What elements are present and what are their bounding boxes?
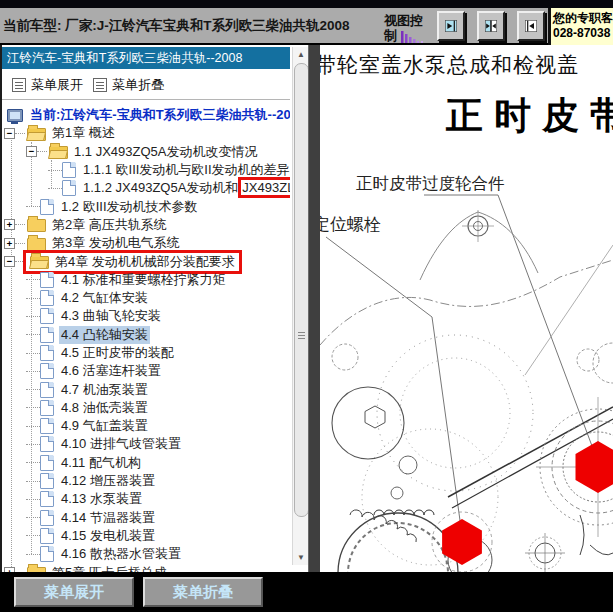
tree-item-label: 4.11 配气机构 [59,454,143,472]
tree-item-label: 第4章 发动机机械部分装配要求 [53,253,237,271]
view-split-button[interactable] [477,11,505,41]
leader-line-idler [424,195,598,462]
tree-connector [15,224,25,225]
doc-icon [40,418,54,434]
tree-connector [26,206,40,207]
tree-item[interactable]: 4.7 机油泵装置 [2,380,290,398]
scroll-up-icon[interactable]: ▲ [293,47,308,62]
tree-item[interactable]: 4.16 散热器水管装置 [2,545,290,563]
menu-list-icon [93,78,107,92]
tree-item-label: 第5章 匹卡后桥总成 [50,564,169,572]
doc-icon [62,162,76,178]
tree-connector [26,389,40,390]
tree-item-label: 4.4 凸轮轴安装 [59,326,150,344]
tree-item-label: 1.1.1 欧III发动机与欧II发动机的差异 [81,161,290,179]
tree-item-label: 第2章 高压共轨系统 [50,216,169,234]
tree-item[interactable]: 4.5 正时皮带的装配 [2,344,290,362]
tree-item-label: 第1章 概述 [50,124,117,142]
tree-item[interactable]: −1.1 JX493ZQ5A发动机改变情况 [2,143,290,161]
tree-item[interactable]: +第5章 匹卡后桥总成 [2,563,290,572]
app-window: 当前车型: 厂家:J-江铃汽车宝典和T系列欧三柴油共轨2008 视图控制 [0,0,613,612]
tree-connector [15,243,25,244]
doc-icon [40,491,54,507]
view-expand-left-button[interactable] [517,11,545,41]
scrollbar-grip-icon [298,332,305,333]
expander-plus-icon[interactable]: + [4,238,15,249]
menu-collapse-button[interactable]: 菜单折叠 [93,76,164,94]
tree-item[interactable]: 1.2 欧III发动机技术参数 [2,197,290,215]
tree-connector [26,279,40,280]
folder-closed-icon [27,219,46,232]
tree-item-label: 4.9 气缸盖装置 [59,417,150,435]
tree-item-label: 4.2 气缸体安装 [59,289,150,307]
tree-connector [26,407,40,408]
doc-icon [40,345,54,361]
tree-item[interactable]: 1.1.2 JX493ZQ5A发动机和JX493ZLQ3发 [2,179,290,197]
signal-bars-icon [401,30,427,44]
tree-item[interactable]: 4.11 配气机构 [2,454,290,472]
panel-splitter[interactable] [308,45,320,572]
tree-item-label: 4.3 曲轴飞轮安装 [59,307,163,325]
tree-item[interactable]: 4.9 气缸盖装置 [2,417,290,435]
technical-drawing [320,45,613,572]
menu-expand-button[interactable]: 菜单展开 [12,76,83,94]
tree-item[interactable]: 4.12 增压器装置 [2,472,290,490]
tree-item-label: 4.7 机油泵装置 [59,381,150,399]
scrollbar-thumb[interactable] [294,63,308,517]
doc-icon [40,199,54,215]
view-expand-right-button[interactable] [437,11,465,41]
tree-item-label: 4.5 正时皮带的装配 [59,344,176,362]
folder-open-icon [27,128,46,141]
tree-item[interactable]: 4.8 油低壳装置 [2,399,290,417]
expander-minus-icon[interactable]: − [4,128,15,139]
tree-item[interactable]: 4.6 活塞连杆装置 [2,362,290,380]
expander-plus-icon[interactable]: + [4,219,15,230]
tree-item[interactable]: 4.10 进排气歧管装置 [2,435,290,453]
tree-connector [26,444,40,445]
doc-icon [40,272,54,288]
scroll-down-icon[interactable]: ▼ [293,550,308,565]
doc-icon [40,455,54,471]
computer-icon [7,109,23,122]
tree-connector [37,151,47,152]
service-contact-line1: 您的专职客 [553,11,613,26]
doc-icon [40,308,54,324]
red-hex-marker-right [576,441,613,493]
tree-item-label: 4.8 油低壳装置 [59,399,150,417]
tree-item[interactable]: 当前:江铃汽车-宝典和T系列欧三柴油共轨--2008 [2,106,290,124]
menu-expand-label: 菜单展开 [31,76,83,94]
sidebar-panel: 江铃汽车-宝典和T系列欧三柴油共轨--2008 菜单展开 菜单折叠 当前:江铃汽… [0,45,308,572]
tree-item[interactable]: −第4章 发动机机械部分装配要求 [2,252,290,270]
folder-open-icon [49,146,68,159]
expander-minus-icon[interactable]: − [26,146,37,157]
tree-item-label: 当前:江铃汽车-宝典和T系列欧三柴油共轨--2008 [28,106,290,124]
tree-connector [26,481,40,482]
tree-item[interactable]: 4.15 发电机装置 [2,527,290,545]
menu-list-icon [12,78,26,92]
tree-item[interactable]: +第2章 高压共轨系统 [2,216,290,234]
tree-item-label: 4.12 增压器装置 [59,472,157,490]
menu-expand-bottom-button[interactable]: 菜单展开 [14,577,134,607]
panel-split-icon [485,16,497,36]
tree-item[interactable]: 4.3 曲轴飞轮安装 [2,307,290,325]
tree-connector [48,170,62,171]
tree-item-label: 4.16 散热器水管装置 [59,545,183,563]
tree-connector [26,517,40,518]
menu-collapse-bottom-button[interactable]: 菜单折叠 [143,577,263,607]
tree-item[interactable]: 4.1 标准和重要螺栓拧紧力矩 [2,271,290,289]
tree-connector [48,188,62,189]
service-contact-phone: 028-87038 [553,26,613,41]
tree-item[interactable]: 4.2 气缸体安装 [2,289,290,307]
tree-connector [26,334,40,335]
tree-item-label: 1.1.2 JX493ZQ5A发动机和JX493ZLQ3发 [81,179,290,197]
sidebar-title-bar: 江铃汽车-宝典和T系列欧三柴油共轨--2008 [2,47,290,69]
sidebar-scrollbar[interactable]: ▲ ▼ [292,47,308,565]
tree-item[interactable]: 4.13 水泵装置 [2,490,290,508]
tree-connector [26,462,40,463]
doc-icon [40,400,54,416]
doc-icon [40,363,54,379]
tree-item[interactable]: −第1章 概述 [2,124,290,142]
tree-item[interactable]: 4.4 凸轮轴安装 [2,326,290,344]
expander-minus-icon[interactable]: − [4,256,15,267]
tree-item[interactable]: 4.14 节温器装置 [2,509,290,527]
